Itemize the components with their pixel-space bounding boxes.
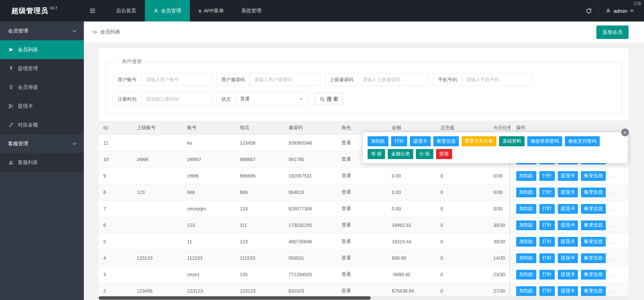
status-select[interactable]: 普通 [236, 93, 307, 105]
cell-phone: 133 [235, 201, 284, 217]
withdraw-card-button[interactable]: 提现卡 [558, 188, 578, 197]
popup-account-change-button[interactable]: 账变信息 [433, 136, 459, 146]
sidebar-item-amount-mapping[interactable]: 对应金额 [0, 115, 84, 134]
close-icon[interactable]: × [621, 129, 629, 136]
tab-member-management[interactable]: 会员管理 [145, 0, 190, 21]
add-deduct-button[interactable]: 加扣款 [516, 270, 536, 280]
sidebar-item-member-level[interactable]: 会员等级 [0, 78, 84, 97]
field-phone: 手机号码 [433, 73, 532, 86]
sidebar-item-service-list[interactable]: 客服列表 [0, 153, 84, 172]
account-change-button[interactable]: 账变信息 [581, 188, 606, 197]
cell-id: 5 [99, 234, 132, 250]
inject-button[interactable]: 打针 [539, 286, 555, 296]
add-deduct-button[interactable]: 加扣款 [516, 253, 536, 263]
cell-parent [132, 201, 182, 217]
more-actions[interactable]: ... [609, 173, 614, 179]
table-row: 7ceceyqm133826077308普通0.0000/30 [99, 201, 510, 217]
account-change-button[interactable]: 账变信息 [581, 286, 606, 296]
withdraw-card-button[interactable]: 提现卡 [558, 253, 578, 263]
app-version: V3.7 [50, 6, 57, 10]
popup-inject-button[interactable]: 打针 [391, 136, 407, 146]
withdraw-card-button[interactable]: 提现卡 [558, 220, 578, 230]
inject-button[interactable]: 打针 [539, 237, 555, 247]
sidebar-group-service-management[interactable]: 客服管理 [0, 134, 84, 153]
account-change-button[interactable]: 账变信息 [581, 237, 606, 247]
inject-button[interactable]: 打针 [539, 220, 555, 230]
tab-app-menu[interactable]: ¥ APP菜单 [190, 0, 232, 21]
cell-balance: 0.00 [387, 184, 436, 201]
tab-home[interactable]: 后台首页 [107, 0, 145, 21]
rupee-icon: ₹ [8, 65, 14, 71]
cell-parent [132, 217, 182, 234]
cell-role: 普通 [337, 266, 387, 283]
more-actions[interactable]: ... [609, 222, 614, 228]
cell-parent: 123 [132, 184, 182, 201]
sidebar-item-label: 会员等级 [18, 84, 38, 91]
popup-level-button[interactable]: 等 级 [368, 149, 385, 159]
row-actions: 加扣款打针提现卡账变信息... [511, 250, 629, 266]
register-time-input[interactable] [142, 93, 212, 105]
horizontal-scrollbar[interactable] [99, 296, 629, 300]
scrollbar-thumb[interactable] [99, 296, 371, 300]
sidebar-item-label: 客服列表 [18, 159, 38, 166]
cell-account: zt6667 [182, 151, 235, 168]
add-deduct-button[interactable]: 加扣款 [516, 171, 536, 181]
more-actions[interactable]: ... [609, 288, 614, 294]
withdraw-card-button[interactable]: 提现卡 [558, 286, 578, 296]
account-change-button[interactable]: 账变信息 [581, 171, 606, 181]
withdraw-card-button[interactable]: 提现卡 [558, 204, 578, 214]
cell-recharge: 0 [436, 266, 489, 283]
app-title: 超级管理员 [11, 6, 48, 15]
chevron-down-icon [72, 142, 76, 145]
more-actions[interactable]: ... [609, 190, 614, 195]
more-actions[interactable]: ... [609, 255, 614, 261]
withdraw-card-button[interactable]: 提现卡 [558, 237, 578, 247]
col-id: ID [99, 121, 132, 135]
account-change-button[interactable]: 账变信息 [581, 204, 606, 214]
inject-button[interactable]: 打针 [539, 270, 555, 280]
account-change-button[interactable]: 账变信息 [581, 270, 606, 280]
sidebar-item-member-list[interactable]: 会员列表 [0, 40, 84, 59]
add-deduct-button[interactable]: 加扣款 [516, 204, 536, 214]
cell-parent: zt666 [132, 151, 182, 168]
user-account-input[interactable] [142, 73, 212, 86]
inject-button[interactable]: 打针 [539, 171, 555, 181]
sidebar-item-withdraw-card[interactable]: 提现卡 [0, 97, 84, 115]
sidebar-item-withdraw-management[interactable]: ₹ 提现管理 [0, 59, 84, 78]
parent-invite-code-input[interactable] [358, 73, 429, 86]
inject-button[interactable]: 打针 [539, 204, 555, 214]
popup-withdraw-card-button[interactable]: 提现卡 [410, 136, 431, 146]
cell-task: 0/30 [489, 168, 510, 184]
hamburger-icon[interactable] [84, 0, 101, 21]
withdraw-card-button[interactable]: 提现卡 [558, 270, 578, 280]
popup-change-pay-password-button[interactable]: 修改支付密码 [565, 136, 600, 146]
popup-add-deduct-button[interactable]: 加扣款 [368, 136, 388, 146]
level-icon [8, 85, 14, 90]
add-deduct-button[interactable]: 加扣款 [516, 237, 536, 247]
inject-button[interactable]: 打针 [539, 188, 555, 197]
search-button[interactable]: 搜 索 [315, 93, 343, 105]
add-deduct-button[interactable]: 加扣款 [516, 220, 536, 230]
add-deduct-button[interactable]: 加扣款 [516, 188, 536, 197]
phone-input[interactable] [462, 73, 532, 86]
user-invite-code-input[interactable] [250, 73, 320, 86]
account-change-button[interactable]: 账变信息 [581, 253, 606, 263]
inject-button[interactable]: 打针 [539, 253, 555, 263]
popup-disable-button[interactable]: 禁用 [436, 149, 452, 159]
popup-basic-info-button[interactable]: 基础资料 [499, 136, 525, 146]
more-actions[interactable]: ... [609, 272, 614, 277]
add-member-button[interactable]: 添加会员 [596, 26, 629, 39]
more-actions[interactable]: ... [609, 206, 614, 211]
add-deduct-button[interactable]: 加扣款 [516, 286, 536, 296]
popup-reset-today-task-button[interactable]: 重置今天任务 [462, 136, 496, 146]
sidebar-group-member-management[interactable]: 会员管理 [0, 21, 84, 40]
popup-change-login-password-button[interactable]: 修改登录密码 [527, 136, 562, 146]
popup-amount-category-button[interactable]: 金额分类 [388, 149, 413, 159]
account-change-button[interactable]: 账变信息 [581, 220, 606, 230]
withdraw-card-button[interactable]: 提现卡 [558, 171, 578, 181]
search-row-2: 注册时间 状态 普通 搜 索 [112, 93, 615, 105]
popup-group-button[interactable]: 分 组 [416, 149, 433, 159]
refresh-icon[interactable] [579, 0, 598, 21]
more-actions[interactable]: ... [609, 239, 614, 244]
tab-system-management[interactable]: 系统管理 [232, 0, 270, 21]
